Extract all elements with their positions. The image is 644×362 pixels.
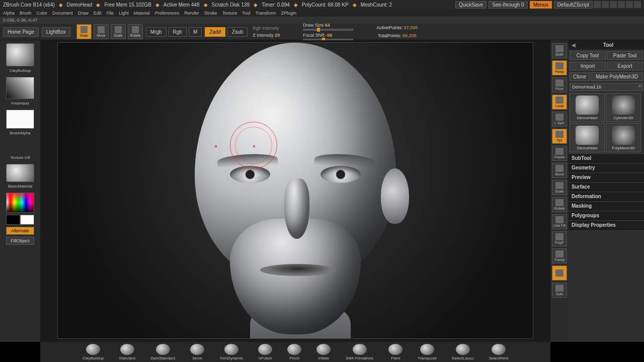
brush-damstandard[interactable]: DamStandard <box>150 344 175 360</box>
brush-selectrect[interactable]: SelectRect <box>489 344 508 360</box>
shelf-solo[interactable]: Solo <box>552 283 567 298</box>
brush-move[interactable]: Move <box>190 344 204 360</box>
brush-standard[interactable]: Standard <box>119 344 135 360</box>
section-masking[interactable]: Masking <box>569 201 644 211</box>
shelf-local[interactable]: Local <box>552 95 567 110</box>
brush-imm-primatives[interactable]: IMM Primatives <box>346 344 373 360</box>
shelf-xyz[interactable]: Xyz <box>552 129 567 144</box>
shelf-scale[interactable]: Scale <box>552 180 567 195</box>
rotate-mode[interactable]: Rotate <box>128 24 143 39</box>
menu-preferences[interactable]: Preferences <box>155 11 180 16</box>
brush-paint[interactable]: Paint <box>388 344 403 360</box>
shelf-frame[interactable]: Frame <box>552 146 567 161</box>
canvas-area <box>40 40 550 342</box>
shelf-bmr[interactable]: BMR <box>552 43 567 58</box>
paste-tool-button[interactable]: Paste Tool <box>607 51 643 60</box>
left-panel: ClayBuildup FreeHand BrushAlpha Texture … <box>0 40 40 342</box>
menu-render[interactable]: Render <box>184 11 199 16</box>
menu-alpha[interactable]: Alpha <box>3 11 15 16</box>
brush-selectlasso[interactable]: SelectLasso <box>452 344 474 360</box>
zintensity-slider[interactable]: Z Intensity 20 <box>253 33 280 38</box>
shelf-rotate[interactable]: Rotate <box>552 197 567 212</box>
shelf-persp[interactable]: Persp <box>552 60 567 75</box>
focalshift-slider[interactable]: Focal Shift -56 <box>303 33 353 41</box>
fg-bg-swatch[interactable] <box>6 215 34 225</box>
menus-toggle[interactable]: Menus <box>530 1 552 9</box>
make-polymesh-button[interactable]: Make PolyMesh3D <box>591 72 643 81</box>
menu-file[interactable]: File <box>107 11 114 16</box>
brush-claybuildup[interactable]: ClayBuildup <box>83 344 104 360</box>
maximize-icon[interactable] <box>626 1 633 8</box>
zadd-button[interactable]: Zadd <box>205 27 225 37</box>
default-script[interactable]: DefaultZScript <box>554 1 593 9</box>
clone-button[interactable]: Clone <box>570 72 590 81</box>
alternate-button[interactable]: Alternate <box>6 227 34 235</box>
seethrough-slider[interactable]: See-through 0 <box>489 1 527 9</box>
menu-transform[interactable]: Transform <box>256 11 276 16</box>
section-geometry[interactable]: Geometry <box>569 163 644 172</box>
menu-edit[interactable]: Edit <box>94 11 102 16</box>
free-mem: Free Mem 15.102GB <box>104 2 151 8</box>
lightbox-button[interactable]: LightBox <box>42 27 70 37</box>
menu-material[interactable]: Material <box>134 11 150 16</box>
brush-hpolish[interactable]: hPolish <box>258 344 272 360</box>
zintensity-slider[interactable]: Rgb Intensity <box>253 26 279 31</box>
shelf-l-sym[interactable]: L.Sym <box>552 112 567 127</box>
brush-pinch[interactable]: Pinch <box>287 344 301 360</box>
shelf-floor[interactable]: Floor <box>552 77 567 93</box>
brush-transpose[interactable]: Transpose <box>418 344 437 360</box>
move-mode[interactable]: Move <box>94 24 109 39</box>
scale-mode[interactable]: Scale <box>111 24 126 39</box>
shelf-transp[interactable]: Transp <box>552 248 567 263</box>
window-icon[interactable] <box>602 1 609 8</box>
mrgb-button[interactable]: Mrgb <box>146 27 167 37</box>
section-subtool[interactable]: SubTool <box>569 153 644 163</box>
copy-tool-button[interactable]: Copy Tool <box>570 51 606 60</box>
shelf-button[interactable] <box>552 265 567 281</box>
stroke-thumb[interactable] <box>6 77 34 99</box>
brush-thumb[interactable] <box>6 43 34 66</box>
tool-thumb[interactable]: DemoHead <box>570 123 605 152</box>
brush-trimdynamic[interactable]: TrimDynamic <box>219 344 243 360</box>
import-button[interactable]: Import <box>570 62 606 70</box>
section-preview[interactable]: Preview <box>569 172 644 182</box>
alpha-thumb[interactable] <box>6 110 34 129</box>
material-thumb[interactable] <box>6 164 34 182</box>
drawsize-slider[interactable]: Draw Size 64 <box>303 23 353 31</box>
home-button[interactable]: Home Page <box>3 27 39 37</box>
window-icon[interactable] <box>610 1 617 8</box>
menu-tool[interactable]: Tool <box>242 11 251 16</box>
section-surface[interactable]: Surface <box>569 182 644 192</box>
tool-thumb[interactable]: PolyMesh3D <box>606 123 641 152</box>
rgb-button[interactable]: Rgb <box>169 27 187 37</box>
section-deformation[interactable]: Deformation <box>569 192 644 201</box>
tool-thumb[interactable]: Cylinder3D <box>606 93 641 122</box>
export-button[interactable]: Export <box>607 62 643 70</box>
brush-inflate[interactable]: Inflate <box>316 344 331 360</box>
menu-document[interactable]: Document <box>52 11 73 16</box>
menu-brush[interactable]: Brush <box>20 11 32 16</box>
window-icon[interactable] <box>594 1 601 8</box>
minimize-icon[interactable] <box>618 1 625 8</box>
quicksave-button[interactable]: QuickSave <box>455 1 487 9</box>
shelf-move[interactable]: Move <box>552 163 567 178</box>
menu-draw[interactable]: Draw <box>78 11 89 16</box>
shelf-polyf[interactable]: PolyF <box>552 231 567 246</box>
draw-mode[interactable]: Draw <box>76 24 92 39</box>
section-display-properties[interactable]: Display Properties <box>569 220 644 230</box>
menu-light[interactable]: Light <box>119 11 129 16</box>
m-button[interactable]: M <box>189 27 202 37</box>
menu-stroke[interactable]: Stroke <box>204 11 217 16</box>
viewport[interactable] <box>57 42 533 339</box>
tool-name-field[interactable]: DemoHead.16R <box>570 83 643 91</box>
section-polygroups[interactable]: Polygroups <box>569 211 644 220</box>
shelf-line-fill[interactable]: Line Fill <box>552 214 567 229</box>
tool-thumb[interactable]: DemoHead <box>570 93 605 122</box>
zsub-button[interactable]: Zsub <box>227 27 248 37</box>
fillobject-button[interactable]: FillObject <box>6 237 34 245</box>
menu-color[interactable]: Color <box>37 11 48 16</box>
menu-zplugin[interactable]: ZPlugin <box>281 11 296 16</box>
close-icon[interactable] <box>634 1 641 8</box>
color-picker[interactable] <box>6 193 34 213</box>
menu-texture[interactable]: Texture <box>222 11 237 16</box>
